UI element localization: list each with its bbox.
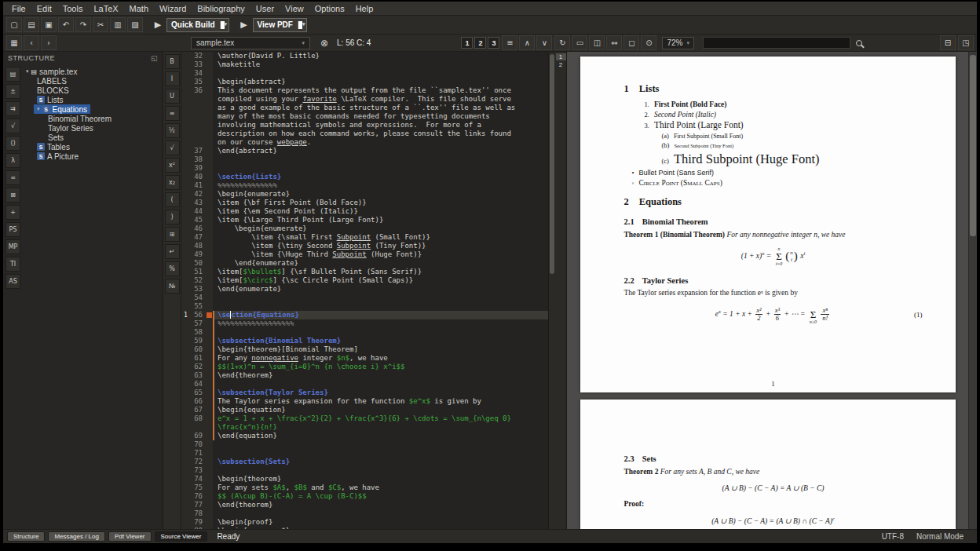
structure-item-tables[interactable]: STables [34, 142, 73, 151]
pdf-scrollbar-thumb[interactable] [970, 55, 976, 236]
editor-line-50[interactable]: 50 \end{enumerate} [181, 259, 548, 268]
close-document-icon[interactable]: ⊗ [320, 38, 328, 49]
editor-line-46[interactable]: 46 \begin{enumerate} [181, 224, 548, 233]
quick-build-run-button[interactable]: ▶ [152, 17, 164, 32]
editor-line-49[interactable]: 49 \item {\Huge Third Subpoint (Huge Fon… [181, 250, 548, 259]
matrix-icon[interactable]: ⊞ [165, 227, 180, 242]
bookmark-1-button[interactable]: 1 [461, 37, 473, 49]
relation-symbols-icon[interactable]: ± [5, 84, 20, 99]
editor-line-47[interactable]: 47 \item {\small First Subpoint (Small F… [181, 233, 548, 242]
pdf-page-thumb-1[interactable]: 1 [556, 53, 566, 60]
cut-icon[interactable]: ✂ [93, 17, 108, 32]
menu-item-view[interactable]: View [280, 3, 309, 14]
paste-icon[interactable]: ▨ [127, 17, 143, 32]
print-icon[interactable]: ⊟ [940, 35, 956, 50]
editor-line-66[interactable]: 66The Taylor series expansion for the fu… [181, 397, 548, 406]
editor-scrollbar-thumb[interactable] [550, 54, 554, 274]
editor-line-65[interactable]: 65\subsection{Taylor Series} [181, 389, 548, 397]
quick-build-selector[interactable]: Quick Build ▾ [166, 18, 229, 32]
editor-line-72[interactable]: 72\subsection{Sets} [181, 458, 548, 466]
editor-line-60[interactable]: 60\begin{theorem}[Binomial Theorem] [181, 345, 548, 354]
favourite-symbols-icon[interactable]: + [5, 205, 20, 220]
editor-line-69[interactable]: 69\end{equation} [181, 432, 548, 440]
most-used-strokes-icon[interactable]: ⊠ [5, 188, 20, 203]
menu-item-user[interactable]: User [250, 3, 280, 14]
editor-line-70[interactable]: 70 [181, 440, 548, 449]
misc-symbols-icon[interactable]: ∞ [5, 170, 20, 185]
italic-icon[interactable]: I [165, 71, 180, 86]
save-icon[interactable]: ▣ [41, 17, 57, 32]
open-file-icon[interactable]: ▤ [24, 17, 39, 32]
editor-line-34[interactable]: 34 [181, 69, 548, 78]
menu-item-help[interactable]: Help [350, 3, 379, 14]
arrow-symbols-icon[interactable]: ⇉ [5, 101, 20, 116]
editor-line-56[interactable]: 156\section{Equations} [181, 311, 548, 319]
subscript-icon[interactable]: x₂ [165, 175, 180, 190]
editor-line-57[interactable]: 57%%%%%%%%%%%%%%%%%% [181, 319, 548, 328]
eye-icon[interactable]: ⊙ [641, 35, 656, 50]
editor-lines[interactable]: 32\author{David P. Little}33\maketitle34… [181, 52, 548, 529]
misc-math-symbols-icon[interactable]: √ [5, 119, 20, 133]
editor-line-wrap[interactable]: on our course webpage. [181, 138, 548, 147]
editor-line-61[interactable]: 61For any nonnegative integer $n$, we ha… [181, 354, 548, 363]
editor-line-wrap[interactable]: compiled using your favorite \LaTeX comp… [181, 95, 548, 104]
menu-item-options[interactable]: Options [309, 3, 350, 14]
fit-width-icon[interactable]: ⇔ [606, 35, 622, 50]
menu-item-latex[interactable]: LaTeX [88, 3, 123, 14]
new-line-icon[interactable]: ↵ [165, 244, 180, 259]
copy-icon[interactable]: ▥ [110, 17, 126, 32]
detach-panel-icon[interactable]: ◱ [151, 54, 158, 62]
redo-icon[interactable]: ↷ [75, 17, 91, 32]
editor-line-55[interactable]: 55 [181, 302, 548, 311]
editor-line-79[interactable]: 79\begin{proof} [181, 518, 548, 527]
menu-item-math[interactable]: Math [124, 3, 154, 14]
bold-icon[interactable]: B [165, 54, 180, 69]
editor-line-59[interactable]: 59\subsection{Binomial Theorem} [181, 337, 548, 345]
structure-item-blocks[interactable]: BLOCKS [34, 86, 72, 95]
pdf-page-thumb-2[interactable]: 2 [556, 61, 566, 68]
tab-source-viewer[interactable]: Source Viewer [155, 531, 208, 542]
structure-item-sets[interactable]: Sets [45, 133, 67, 142]
search-input[interactable] [703, 37, 850, 49]
view-pdf-selector[interactable]: View PDF ▾ [253, 18, 307, 32]
menu-item-file[interactable]: File [6, 3, 31, 14]
sidebar-toggle-icon[interactable]: ▦ [6, 35, 22, 50]
bookmark-3-button[interactable]: 3 [488, 37, 499, 49]
next-document-icon[interactable]: › [41, 35, 57, 50]
undo-icon[interactable]: ↶ [58, 17, 74, 32]
right-delimiter-icon[interactable]: ) [165, 210, 180, 224]
editor-scrollbar[interactable] [548, 52, 555, 529]
structure-item-labels[interactable]: LABELS [34, 76, 70, 86]
greek-letters-icon[interactable]: λ [5, 153, 20, 168]
editor-line-77[interactable]: 77\end{theorem} [181, 501, 548, 509]
editor-line-54[interactable]: 54 [181, 294, 548, 302]
block-list-icon[interactable]: ≡ [502, 35, 517, 50]
editor-line-67[interactable]: 67\begin{equation} [181, 406, 548, 414]
editor-line-48[interactable]: 48 \item {\tiny Second Subpoint (Tiny Fo… [181, 242, 548, 250]
editor-line-43[interactable]: 43\item {\bf First Point (Bold Face)} [181, 199, 548, 207]
menu-item-wizard[interactable]: Wizard [154, 3, 192, 14]
fit-page-icon[interactable]: ▭ [572, 35, 587, 50]
left-delimiter-icon[interactable]: ( [165, 192, 180, 207]
pdf-scrollbar[interactable] [968, 52, 977, 529]
editor-line-63[interactable]: 63\end{theorem} [181, 371, 548, 380]
zoom-selector[interactable]: 72% ▾ [662, 37, 694, 49]
editor-line-wrap[interactable]: \frac{x^n}{n!} [181, 423, 548, 432]
editor-line-71[interactable]: 71 [181, 449, 548, 458]
fraction-icon[interactable]: ½ [165, 123, 180, 138]
editor-line-52[interactable]: 52\item[$\circ$] {\sc Circle Point (Smal… [181, 276, 548, 285]
editor-line-73[interactable]: 73 [181, 466, 548, 475]
editor-line-42[interactable]: 42\begin{enumerate} [181, 190, 548, 199]
metapost-commands-icon[interactable]: MP [5, 239, 20, 254]
editor-line-53[interactable]: 53\end{enumerate} [181, 285, 548, 294]
editor-line-wrap[interactable]: many of the most basic commands needed f… [181, 112, 548, 121]
underline-icon[interactable]: U [165, 89, 180, 104]
view-pdf-run-button[interactable]: ▶ [238, 17, 250, 32]
menu-item-edit[interactable]: Edit [31, 3, 57, 14]
editor-line-wrap[interactable]: as a good example of the basic structure… [181, 104, 548, 112]
editor-line-35[interactable]: 35\begin{abstract} [181, 78, 548, 86]
editor-line-80[interactable]: 80\begin{eqnarray*} [181, 527, 548, 529]
bookmark-2-button[interactable]: 2 [474, 37, 486, 49]
comment-icon[interactable]: % [165, 261, 180, 276]
label-icon[interactable]: № [165, 279, 180, 294]
